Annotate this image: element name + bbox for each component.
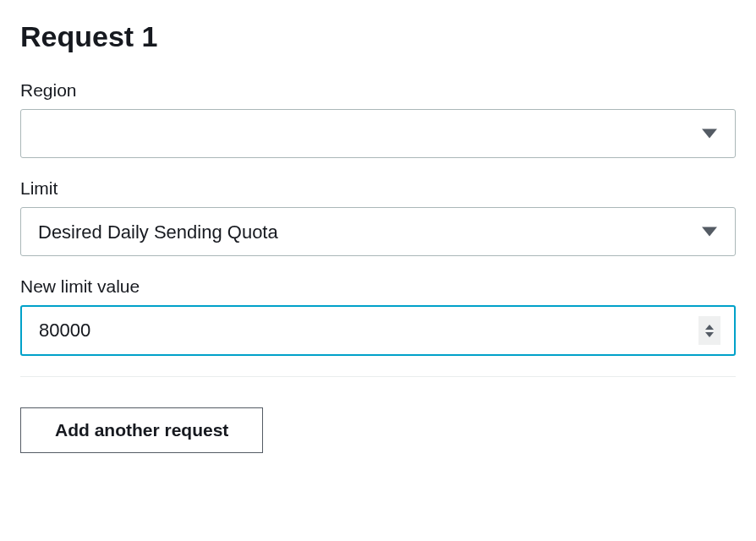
new-limit-value-field: New limit value xyxy=(20,276,736,356)
region-select[interactable] xyxy=(20,109,736,158)
new-limit-value-input-wrapper xyxy=(20,305,736,356)
limit-label: Limit xyxy=(20,178,736,199)
number-stepper xyxy=(698,316,720,345)
stepper-down-icon[interactable] xyxy=(705,332,714,337)
region-label: Region xyxy=(20,80,736,101)
form-title: Request 1 xyxy=(20,20,736,53)
add-another-request-button[interactable]: Add another request xyxy=(20,407,263,453)
stepper-up-icon[interactable] xyxy=(705,325,714,330)
region-field: Region xyxy=(20,80,736,158)
limit-select-wrapper: Desired Daily Sending Quota xyxy=(20,207,736,256)
new-limit-value-label: New limit value xyxy=(20,276,736,297)
new-limit-value-input[interactable] xyxy=(20,305,736,356)
limit-select[interactable]: Desired Daily Sending Quota xyxy=(20,207,736,256)
region-select-wrapper xyxy=(20,109,736,158)
divider xyxy=(20,376,736,377)
limit-field: Limit Desired Daily Sending Quota xyxy=(20,178,736,256)
